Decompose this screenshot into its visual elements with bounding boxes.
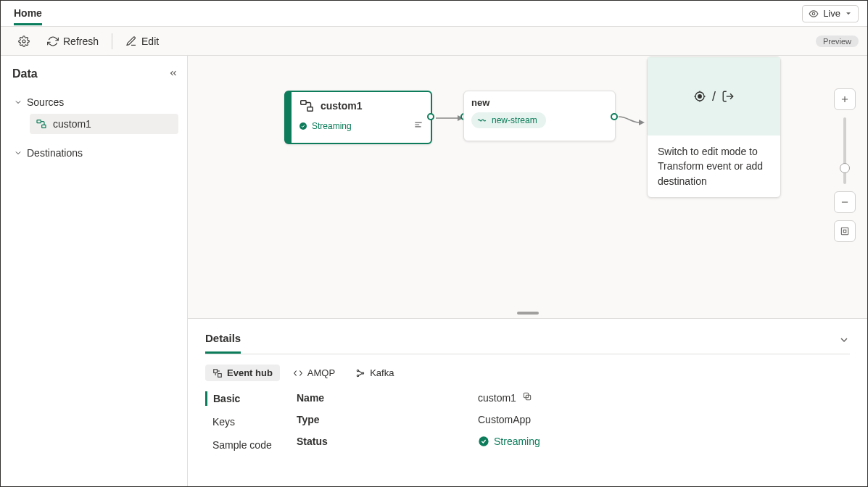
stream-chip-label: new-stream [492, 115, 537, 125]
protocol-tab-label: AMQP [307, 367, 335, 378]
fit-to-screen-button[interactable] [834, 220, 856, 242]
zoom-slider[interactable] [843, 117, 846, 184]
chevron-down-icon [14, 98, 22, 107]
svg-point-6 [299, 122, 307, 130]
copy-icon [522, 391, 532, 401]
live-mode-dropdown[interactable]: Live [802, 5, 859, 22]
protocol-tab-label: Event hub [227, 367, 273, 378]
fit-icon [840, 226, 850, 236]
chevron-down-icon [838, 334, 850, 346]
refresh-icon [47, 36, 59, 47]
svg-point-1 [22, 40, 25, 43]
svg-rect-3 [42, 125, 46, 128]
svg-point-14 [357, 375, 358, 376]
node-stream-new[interactable]: new new-stream [463, 91, 616, 141]
eventhub-icon [212, 368, 223, 378]
svg-point-0 [812, 12, 815, 15]
gear-icon [18, 36, 30, 47]
amqp-icon [293, 368, 303, 378]
lines-icon [413, 120, 423, 130]
edit-button[interactable]: Edit [118, 30, 166, 53]
edit-icon [125, 36, 137, 47]
zoom-thumb[interactable] [840, 163, 850, 173]
tree-section-destinations[interactable]: Destinations [12, 144, 178, 162]
node-destination-placeholder[interactable]: / Switch to edit mode to Transform event… [647, 57, 781, 198]
details-panel: Details Event hub AMQP Kafka [188, 318, 867, 486]
node-status: Streaming [312, 121, 352, 131]
copy-name-button[interactable] [522, 391, 532, 404]
chevron-down-icon [845, 10, 852, 17]
sources-label: Sources [27, 96, 64, 108]
connection-port[interactable] [427, 113, 434, 120]
stream-chip: new-stream [471, 112, 546, 128]
settings-button[interactable] [11, 30, 37, 53]
live-label: Live [823, 8, 840, 19]
eye-icon [809, 9, 819, 19]
protocol-tab-label: Kafka [370, 367, 394, 378]
svg-point-8 [698, 95, 702, 99]
node-title: new [471, 97, 608, 108]
detail-side-keys[interactable]: Keys [205, 415, 284, 429]
collapse-sidebar-button[interactable] [168, 68, 178, 80]
detail-value-status: Streaming [494, 436, 540, 447]
chevron-down-icon [14, 149, 22, 157]
detail-value-type: CustomApp [478, 414, 531, 425]
transform-icon [693, 90, 706, 103]
wave-icon [477, 115, 487, 125]
destinations-label: Destinations [27, 147, 83, 159]
plus-icon [840, 94, 850, 104]
tree-section-sources[interactable]: Sources [12, 93, 178, 111]
details-tab[interactable]: Details [205, 328, 241, 354]
svg-rect-4 [301, 101, 306, 105]
exit-icon [722, 90, 735, 103]
zoom-in-button[interactable] [834, 88, 856, 110]
detail-side-basic[interactable]: Basic [205, 391, 284, 406]
detail-value-name: custom1 [478, 392, 516, 404]
kafka-icon [355, 368, 365, 378]
detail-side-samplecode[interactable]: Sample code [205, 438, 284, 452]
connector-arrow [619, 109, 649, 127]
svg-rect-5 [307, 107, 313, 112]
node-menu-button[interactable] [413, 120, 423, 132]
svg-point-13 [357, 370, 358, 371]
protocol-tab-eventhub[interactable]: Event hub [205, 365, 280, 381]
svg-point-18 [479, 436, 488, 446]
connection-port[interactable] [611, 113, 618, 120]
node-title: custom1 [321, 100, 363, 112]
detail-label-status: Status [297, 436, 478, 447]
collapse-details-button[interactable] [838, 334, 850, 348]
detail-label-name: Name [297, 392, 478, 404]
data-sidebar: Data Sources custom1 Destinations [1, 56, 188, 486]
svg-rect-11 [214, 369, 218, 372]
node-dest-message: Switch to edit mode to Transform event o… [648, 136, 780, 197]
minus-icon [840, 197, 850, 207]
toolbar-separator [112, 33, 112, 49]
source-item-label: custom1 [53, 118, 91, 130]
refresh-button[interactable]: Refresh [40, 30, 106, 53]
chevron-left-double-icon [168, 68, 178, 78]
source-item-custom1[interactable]: custom1 [30, 114, 178, 134]
svg-rect-9 [841, 228, 848, 234]
protocol-tab-amqp[interactable]: AMQP [286, 365, 342, 381]
endpoint-icon [36, 118, 47, 130]
check-circle-icon [299, 122, 307, 130]
svg-rect-2 [37, 120, 41, 123]
protocol-tab-kafka[interactable]: Kafka [348, 365, 401, 381]
svg-point-15 [362, 372, 363, 373]
edit-label: Edit [141, 36, 159, 47]
svg-rect-10 [843, 230, 846, 233]
preview-badge: Preview [816, 36, 859, 47]
slash-separator: / [712, 89, 716, 104]
resize-handle[interactable] [517, 312, 539, 315]
detail-label-type: Type [297, 414, 478, 425]
endpoint-icon [299, 98, 315, 114]
zoom-out-button[interactable] [834, 191, 856, 213]
svg-rect-12 [218, 373, 222, 377]
sidebar-title: Data [12, 67, 38, 80]
pipeline-canvas[interactable]: custom1 Streaming new new-stream [188, 56, 867, 486]
refresh-label: Refresh [63, 36, 99, 47]
node-source-custom1[interactable]: custom1 Streaming [284, 91, 432, 144]
tab-home[interactable]: Home [14, 1, 42, 25]
check-circle-icon [478, 436, 489, 447]
